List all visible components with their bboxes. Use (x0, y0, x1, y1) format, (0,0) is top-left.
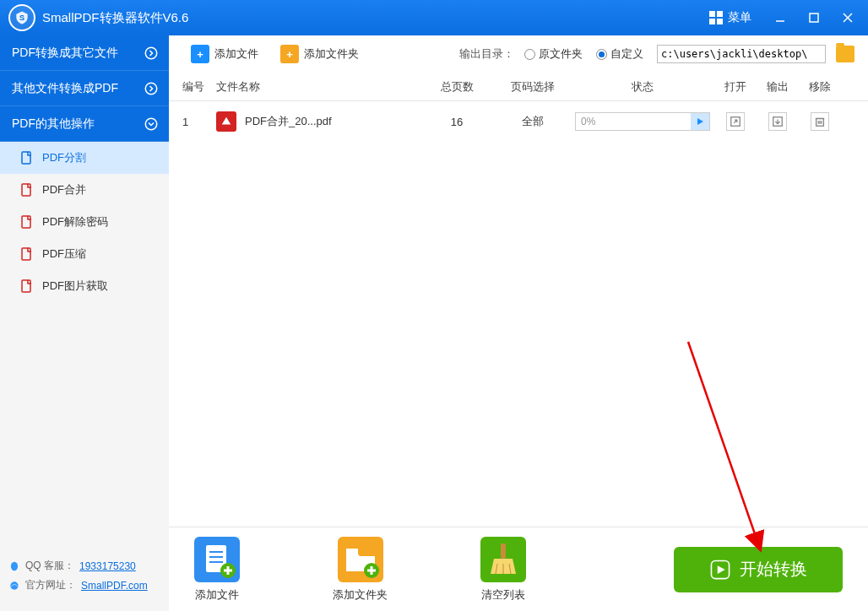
app-title: SmallPDF转换器软件V6.6 (42, 10, 697, 26)
play-icon (691, 113, 709, 130)
sidebar-item-extract-images[interactable]: PDF图片获取 (0, 270, 169, 302)
sidebar-item-split[interactable]: PDF分割 (0, 142, 169, 174)
annotation-arrow (684, 338, 768, 557)
row-no: 1 (182, 116, 216, 128)
svg-rect-8 (22, 152, 30, 164)
app-logo: S (8, 4, 35, 31)
svg-point-5 (145, 47, 157, 59)
chevron-right-icon (144, 46, 159, 61)
output-path-input[interactable] (657, 45, 826, 63)
radio-original-folder[interactable]: 原文件夹 (524, 46, 583, 62)
svg-rect-32 (346, 549, 358, 554)
broom-icon (480, 537, 526, 582)
svg-rect-12 (22, 280, 30, 292)
row-page-select[interactable]: 全部 (495, 114, 571, 129)
bottom-clear-list[interactable]: 清空列表 (480, 537, 526, 603)
pdf-icon (20, 279, 34, 293)
svg-line-24 (688, 342, 760, 549)
svg-point-7 (145, 118, 157, 130)
add-folder-icon (338, 537, 383, 582)
start-convert-button[interactable]: 开始转换 (674, 547, 843, 592)
sidebar-cat-other-to-pdf[interactable]: 其他文件转换成PDF (0, 71, 169, 106)
folder-plus-icon: + (280, 45, 299, 63)
col-out: 输出 (757, 79, 799, 95)
bottom-add-file[interactable]: 添加文件 (194, 537, 240, 603)
sidebar-cat-pdf-to-other[interactable]: PDF转换成其它文件 (0, 35, 169, 71)
svg-marker-41 (718, 565, 725, 574)
maximize-button[interactable] (797, 0, 831, 35)
toolbar: + 添加文件 + 添加文件夹 输出目录： 原文件夹 自定义 (169, 35, 868, 73)
support-info: QQ 客服： 1933175230 官方网址： SmallPDF.com (0, 550, 169, 611)
svg-rect-2 (810, 14, 818, 22)
radio-custom-folder[interactable]: 自定义 (596, 46, 643, 62)
pdf-icon (20, 183, 34, 197)
sidebar-cat-pdf-other-ops[interactable]: PDF的其他操作 (0, 106, 169, 142)
row-pages: 16 (419, 116, 495, 128)
sidebar-item-unlock[interactable]: PDF解除密码 (0, 206, 169, 238)
svg-rect-9 (22, 184, 30, 196)
add-folder-button[interactable]: + 添加文件夹 (272, 41, 367, 67)
bottom-bar: 添加文件 添加文件夹 清空列表 开始转换 (169, 527, 868, 611)
table-header: 编号 文件名称 总页数 页码选择 状态 打开 输出 移除 (169, 73, 868, 101)
svg-rect-11 (22, 248, 30, 260)
sidebar: PDF转换成其它文件 其他文件转换成PDF PDF的其他操作 PDF分割 PDF… (0, 35, 169, 611)
play-circle-icon (709, 559, 731, 581)
chevron-down-icon (144, 116, 159, 132)
bottom-add-folder[interactable]: 添加文件夹 (333, 537, 388, 603)
svg-marker-15 (697, 118, 703, 125)
svg-rect-36 (501, 543, 506, 559)
file-list: 1 PDF合并_20...pdf 16 全部 0% (169, 101, 868, 527)
plus-icon: + (191, 45, 209, 63)
col-no: 编号 (182, 79, 216, 95)
pdf-icon (20, 247, 34, 261)
svg-rect-10 (22, 216, 30, 228)
row-filename: PDF合并_20...pdf (245, 114, 332, 129)
col-del: 移除 (799, 79, 841, 95)
close-button[interactable] (831, 0, 865, 35)
col-name: 文件名称 (216, 79, 419, 95)
qq-icon (8, 560, 20, 572)
qq-link[interactable]: 1933175230 (79, 560, 136, 572)
add-file-button[interactable]: + 添加文件 (182, 41, 267, 67)
open-file-button[interactable] (726, 112, 745, 131)
svg-point-13 (11, 561, 18, 570)
menu-label: 菜单 (728, 10, 751, 25)
sidebar-item-merge[interactable]: PDF合并 (0, 174, 169, 206)
svg-point-6 (145, 83, 157, 95)
pdf-icon (20, 151, 34, 165)
table-row[interactable]: 1 PDF合并_20...pdf 16 全部 0% (169, 101, 868, 142)
browse-folder-button[interactable] (836, 46, 854, 62)
output-folder-button[interactable] (768, 112, 787, 131)
tiles-icon (709, 11, 723, 24)
remove-row-button[interactable] (811, 112, 829, 131)
col-pages: 总页数 (419, 79, 495, 95)
main-panel: + 添加文件 + 添加文件夹 输出目录： 原文件夹 自定义 编号 文件名称 总页… (169, 35, 868, 611)
site-link[interactable]: SmallPDF.com (81, 580, 148, 592)
sidebar-item-compress[interactable]: PDF压缩 (0, 238, 169, 270)
pdf-icon (20, 215, 34, 229)
titlebar: S SmallPDF转换器软件V6.6 菜单 (0, 0, 868, 35)
menu-button[interactable]: 菜单 (697, 0, 763, 35)
ie-icon (8, 580, 20, 592)
add-file-icon (194, 537, 240, 582)
svg-text:S: S (19, 14, 24, 22)
output-label: 输出目录： (459, 46, 514, 62)
row-progress[interactable]: 0% (575, 112, 710, 131)
pdf-file-icon (216, 111, 236, 132)
col-sel: 页码选择 (495, 79, 571, 95)
minimize-button[interactable] (763, 0, 797, 35)
col-open: 打开 (714, 79, 757, 95)
chevron-right-icon (144, 81, 159, 96)
col-status: 状态 (571, 79, 714, 95)
